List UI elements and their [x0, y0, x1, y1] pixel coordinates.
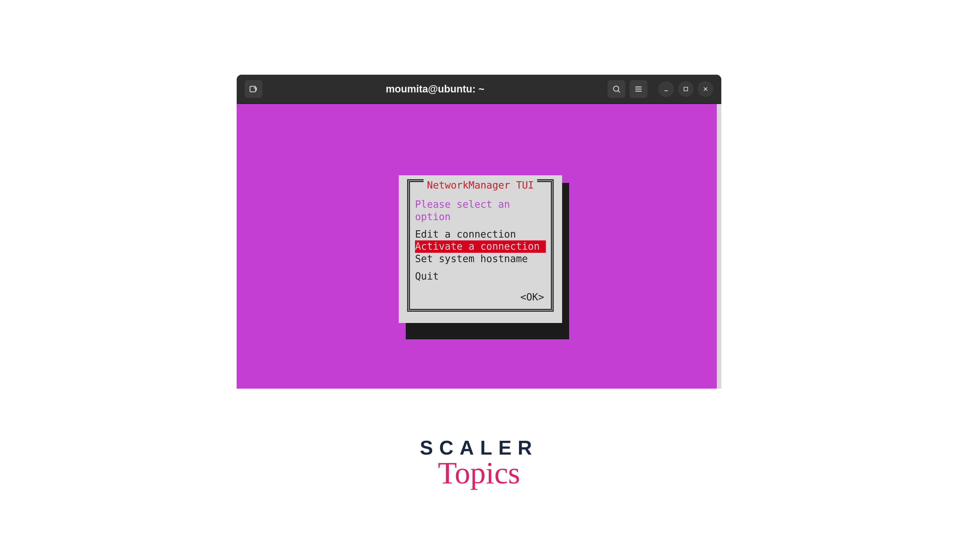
- minimize-button[interactable]: [658, 81, 674, 97]
- search-icon: [612, 84, 621, 94]
- new-tab-icon: [249, 84, 259, 94]
- scrollbar[interactable]: [717, 104, 721, 389]
- svg-point-1: [614, 86, 619, 91]
- menu-button[interactable]: [630, 80, 647, 98]
- menu-item-set-hostname[interactable]: Set system hostname: [415, 253, 546, 265]
- svg-rect-7: [684, 87, 688, 91]
- menu-item-quit[interactable]: Quit: [415, 270, 546, 283]
- terminal-window: moumita@ubuntu: ~: [237, 75, 721, 389]
- svg-rect-0: [250, 86, 255, 92]
- dialog-prompt: Please select an option: [415, 198, 546, 223]
- menu-item-activate-connection[interactable]: Activate a connection: [415, 240, 546, 253]
- menu-item-edit-connection[interactable]: Edit a connection: [415, 228, 546, 241]
- scaler-topics-logo: SCALER Topics: [420, 436, 538, 491]
- close-icon: [702, 86, 709, 92]
- new-tab-button[interactable]: [244, 80, 263, 98]
- close-button[interactable]: [698, 81, 714, 97]
- hamburger-icon: [634, 85, 643, 93]
- ok-button[interactable]: <OK>: [520, 292, 544, 303]
- maximize-button[interactable]: [678, 81, 694, 97]
- window-title: moumita@ubuntu: ~: [266, 83, 604, 95]
- menu-item-label: Activate a connection: [415, 241, 540, 252]
- nmtui-dialog: NetworkManager TUI Please select an opti…: [399, 175, 562, 323]
- minimize-icon: [663, 86, 669, 92]
- maximize-icon: [683, 86, 689, 92]
- dialog-title: NetworkManager TUI: [423, 179, 537, 192]
- logo-line-2: Topics: [438, 455, 520, 491]
- terminal-body[interactable]: NetworkManager TUI Please select an opti…: [237, 103, 721, 389]
- search-button[interactable]: [607, 80, 625, 98]
- svg-line-2: [618, 90, 620, 92]
- titlebar: moumita@ubuntu: ~: [237, 75, 721, 103]
